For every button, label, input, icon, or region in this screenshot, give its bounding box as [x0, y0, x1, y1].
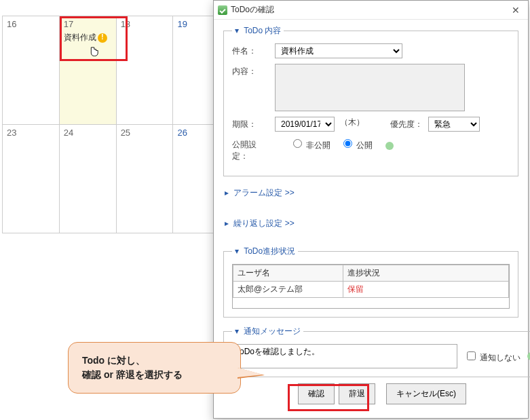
calendar-cell[interactable]: 24: [59, 125, 116, 233]
section-legend-content[interactable]: ▾ ToDo 内容: [232, 25, 284, 37]
no-notify-checkbox[interactable]: 通知しない: [464, 349, 520, 364]
callout-line: 確認 or 辞退を選択する: [82, 368, 227, 382]
expand-triangle-icon: ▸: [225, 218, 229, 228]
progress-user-cell: 太郎@システム部: [233, 282, 343, 298]
warning-icon: [98, 33, 107, 43]
deadline-dow: （木）: [340, 117, 364, 128]
close-button[interactable]: ✕: [508, 3, 524, 17]
event-label: 資料作成: [64, 32, 96, 43]
deadline-select[interactable]: 2019/01/17: [275, 117, 335, 132]
todo-confirm-dialog: ToDoの確認 ✕ ▾ ToDo 内容 件名： 資料作成 内容： 期限：: [213, 0, 529, 419]
callout-line: Todo に対し、: [82, 354, 227, 368]
cancel-button[interactable]: キャンセル(Esc): [386, 383, 466, 404]
calendar-cell[interactable]: 23: [3, 125, 60, 233]
subject-select[interactable]: 資料作成: [275, 43, 402, 58]
progress-header-status: 進捗状況: [343, 265, 509, 282]
calendar-cell[interactable]: 25: [116, 125, 173, 233]
confirm-button[interactable]: 確認: [298, 383, 335, 404]
progress-table-container[interactable]: ユーザ名 進捗状況 太郎@システム部 保留: [232, 264, 510, 309]
decline-button[interactable]: 辞退: [339, 383, 375, 404]
progress-status-cell: 保留: [343, 282, 509, 298]
expand-triangle-icon: ▸: [225, 188, 229, 197]
calendar-event[interactable]: 資料作成: [64, 32, 112, 43]
collapse-triangle-icon: ▾: [235, 326, 239, 336]
radio-public[interactable]: 公開: [340, 140, 373, 150]
info-icon[interactable]: [527, 352, 530, 360]
priority-select[interactable]: 緊急: [428, 117, 480, 132]
dialog-title: ToDoの確認: [231, 4, 274, 16]
section-legend-progress[interactable]: ▾ ToDo進捗状況: [232, 246, 298, 257]
annotation-callout: Todo に対し、 確認 or 辞退を選択する: [68, 342, 241, 394]
repeat-settings-link[interactable]: ▸ 繰り返し設定 >>: [223, 215, 518, 232]
info-icon[interactable]: [385, 142, 394, 150]
todo-content-section: ▾ ToDo 内容 件名： 資料作成 内容： 期限： 2019/01/17 （木…: [223, 25, 518, 176]
calendar-cell-selected[interactable]: 17 資料作成: [59, 16, 116, 125]
priority-label: 優先度：: [390, 117, 423, 130]
body-label: 内容：: [232, 64, 269, 77]
notify-message-textarea[interactable]: [232, 344, 457, 368]
notify-message-section: ▾ 通知メッセージ 通知しない: [223, 326, 530, 377]
alarm-settings-link[interactable]: ▸ アラーム設定 >>: [223, 185, 518, 202]
table-row: 太郎@システム部 保留: [233, 282, 509, 298]
progress-header-user: ユーザ名: [233, 265, 343, 282]
collapse-triangle-icon: ▾: [235, 246, 239, 256]
body-textarea[interactable]: [275, 64, 465, 111]
publish-label: 公開設定：: [232, 137, 269, 162]
section-legend-notify[interactable]: ▾ 通知メッセージ: [232, 326, 303, 337]
calendar-cell[interactable]: 16: [3, 16, 60, 125]
check-icon: [218, 5, 227, 15]
todo-progress-section: ▾ ToDo進捗状況 ユーザ名 進捗状況 太郎@システム部 保留: [223, 246, 518, 318]
dialog-titlebar[interactable]: ToDoの確認 ✕: [214, 1, 528, 20]
subject-label: 件名：: [232, 43, 269, 57]
collapse-triangle-icon: ▾: [235, 26, 239, 35]
calendar-cell[interactable]: 18: [116, 16, 173, 125]
deadline-label: 期限：: [232, 117, 269, 130]
radio-private[interactable]: 非公開: [290, 140, 330, 150]
progress-table: ユーザ名 進捗状況 太郎@システム部 保留: [233, 265, 509, 298]
